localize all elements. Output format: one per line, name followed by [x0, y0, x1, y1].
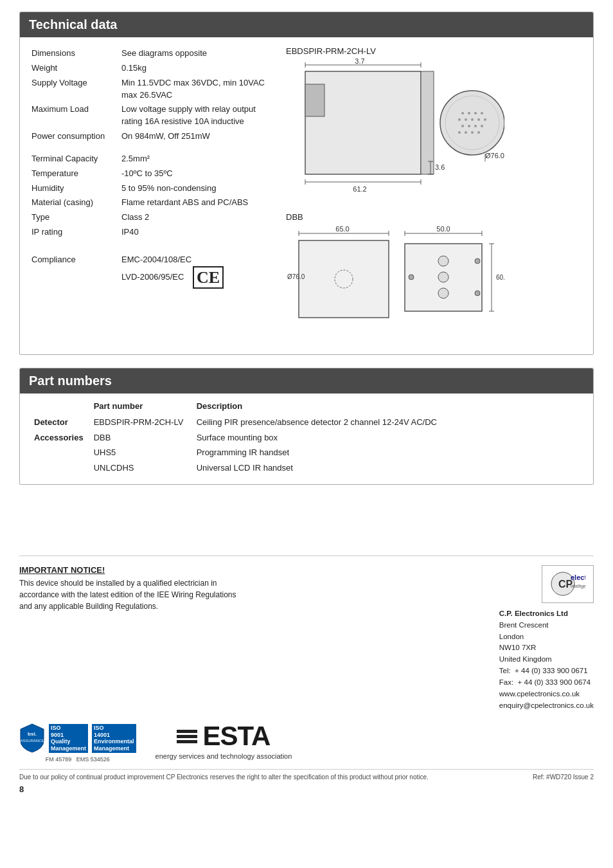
- bsi-logo: bsi. ASSURANCE ISO9001QualityManagement …: [19, 723, 136, 763]
- bsi-text-block-2: ISO14001EnvironmentalManagement: [92, 724, 136, 753]
- cp-logo-area: CP electronics intelligent energy contro…: [263, 565, 594, 711]
- svg-point-42: [475, 258, 480, 264]
- spec-label-power: Power consumption: [29, 129, 119, 144]
- spec-row-supply-voltage: Supply Voltage Min 11.5VDC max 36VDC, mi…: [29, 76, 273, 103]
- cp-tel: + 44 (0) 333 900 0671: [515, 667, 588, 674]
- svg-point-7: [474, 112, 477, 114]
- esta-logo-text: ESTA: [202, 723, 270, 750]
- esta-caption: energy services and technology associati…: [155, 752, 292, 760]
- spec-label-ip: IP rating: [29, 225, 119, 240]
- cp-fax: + 44 (0) 333 900 0674: [518, 678, 591, 686]
- pn-uhs5: UHS5: [89, 445, 191, 460]
- bsi-fm-number: FM 45789: [46, 756, 72, 763]
- svg-text:61.2: 61.2: [353, 185, 366, 193]
- svg-text:50.0: 50.0: [436, 225, 450, 233]
- page: Technical data Dimensions See diagrams o…: [0, 0, 613, 868]
- svg-point-17: [481, 125, 483, 127]
- part-row-detector: Detector EBDSPIR-PRM-2CH-LV Ceiling PIR …: [29, 415, 584, 430]
- important-notice-title: IMPORTANT NOTICE!: [19, 565, 251, 575]
- important-notice: IMPORTANT NOTICE! This device should be …: [19, 565, 251, 711]
- diagram-dbb-svg: 65.0 50.0 Ø76.0 60.0: [286, 224, 504, 330]
- part-num-header-row: Part number Description: [29, 400, 584, 415]
- ce-mark-icon: CE: [193, 266, 224, 289]
- desc-detector: Ceiling PIR presence/absence detector 2 …: [191, 415, 584, 430]
- svg-point-13: [484, 118, 486, 121]
- spec-label-type: Type: [29, 210, 119, 225]
- pn-unlcdhs: UNLCDHS: [89, 460, 191, 476]
- svg-rect-2: [305, 84, 324, 116]
- svg-text:ASSURANCE: ASSURANCE: [20, 739, 44, 743]
- page-number: 8: [19, 784, 24, 794]
- spacer: [19, 498, 594, 536]
- esta-line-3: [177, 740, 197, 743]
- spec-label-temp: Temperature: [29, 167, 119, 181]
- cp-address-line3: NW10 7XR: [499, 642, 594, 654]
- spec-value-temp: -10ºC to 35ºC: [119, 167, 273, 181]
- tech-data-inner: Dimensions See diagrams opposite Weight …: [29, 46, 584, 343]
- desc-unlcdhs: Universal LCD IR handset: [191, 460, 584, 476]
- cp-address-line4: United Kingdom: [499, 654, 594, 665]
- spec-value-ip: IP40: [119, 225, 273, 240]
- svg-text:3.6: 3.6: [435, 163, 445, 171]
- cp-tel-label: Tel:: [499, 667, 511, 674]
- svg-point-5: [461, 112, 464, 114]
- footer-ref: Ref: #WD720 Issue 2: [533, 773, 594, 781]
- svg-point-19: [465, 131, 467, 134]
- part-numbers-table: Part number Description Detector EBDSPIR…: [29, 400, 584, 475]
- spec-spacer-2: [29, 240, 273, 248]
- part-numbers-content: Part number Description Detector EBDSPIR…: [20, 393, 593, 484]
- spec-row-material: Material (casing) Flame retardant ABS an…: [29, 195, 273, 210]
- part-row-accessories-label: Accessories DBB Surface mounting box: [29, 430, 584, 446]
- category-accessories: Accessories: [29, 430, 89, 476]
- esta-line-1: [177, 730, 197, 733]
- svg-text:65.0: 65.0: [335, 225, 349, 233]
- esta-line-2: [177, 735, 197, 738]
- spec-row-max-load: Maximum Load Low voltage supply with rel…: [29, 102, 273, 129]
- esta-area: ESTA energy services and technology asso…: [155, 723, 292, 760]
- category-detector: Detector: [29, 415, 89, 430]
- svg-point-41: [409, 275, 414, 280]
- svg-point-39: [438, 272, 449, 282]
- spec-row-humidity: Humidity 5 to 95% non-condensing: [29, 181, 273, 196]
- col-description: Description: [191, 400, 584, 415]
- cp-address-line2: London: [499, 631, 594, 643]
- part-numbers-header: Part numbers: [20, 368, 593, 393]
- spec-row-power: Power consumption On 984mW, Off 251mW: [29, 129, 273, 144]
- part-numbers-section: Part numbers Part number Description Det…: [19, 368, 594, 485]
- svg-point-16: [474, 125, 477, 127]
- diagram-ebdspir-svg: 3.7 3.6 61.2 Ø76.0: [286, 59, 504, 200]
- spec-label-dimensions: Dimensions: [29, 46, 119, 61]
- spec-row-weight: Weight 0.15kg: [29, 61, 273, 76]
- svg-point-15: [468, 125, 470, 127]
- svg-text:intelligent energy control: intelligent energy control: [571, 584, 585, 589]
- part-row-unlcdhs: UNLCDHS Universal LCD IR handset: [29, 460, 584, 476]
- svg-text:3.7: 3.7: [355, 59, 364, 65]
- svg-point-14: [461, 125, 464, 127]
- spec-spacer-1: [29, 144, 273, 152]
- bsi-fm-text: FM 45789 EMS 534526: [46, 756, 110, 763]
- col-part-number: Part number: [89, 400, 191, 415]
- col-category: [29, 400, 89, 415]
- diagram-dbb-wrapper: DBB: [286, 212, 584, 332]
- pn-detector: EBDSPIR-PRM-2CH-LV: [89, 415, 191, 430]
- spec-label-weight: Weight: [29, 61, 119, 76]
- svg-point-18: [458, 131, 461, 134]
- svg-point-43: [475, 291, 480, 296]
- footer-bottom-strip: Due to our policy of continual product i…: [19, 769, 594, 781]
- technical-data-header: Technical data: [20, 12, 593, 37]
- svg-text:Ø76.0: Ø76.0: [287, 273, 305, 280]
- esta-logo-wrapper: ESTA: [177, 723, 270, 750]
- spec-value-terminal: 2.5mm²: [119, 152, 273, 167]
- spec-value-dimensions: See diagrams opposite: [119, 46, 273, 61]
- spec-value-supply-voltage: Min 11.5VDC max 36VDC, min 10VAC max 26.…: [119, 76, 273, 103]
- diagram-ebdspir-label: EBDSPIR-PRM-2CH-LV: [286, 46, 584, 56]
- technical-data-section: Technical data Dimensions See diagrams o…: [19, 12, 594, 355]
- cp-logo-box: CP electronics intelligent energy contro…: [542, 565, 594, 603]
- part-row-uhs5: UHS5 Programming IR handset: [29, 445, 584, 460]
- spec-label-compliance: Compliance: [29, 248, 119, 290]
- svg-point-10: [465, 118, 467, 121]
- svg-rect-1: [421, 71, 434, 174]
- spec-value-compliance: EMC-2004/108/ECLVD-2006/95/EC CE: [119, 248, 273, 290]
- svg-point-12: [477, 118, 480, 121]
- svg-point-6: [468, 112, 470, 114]
